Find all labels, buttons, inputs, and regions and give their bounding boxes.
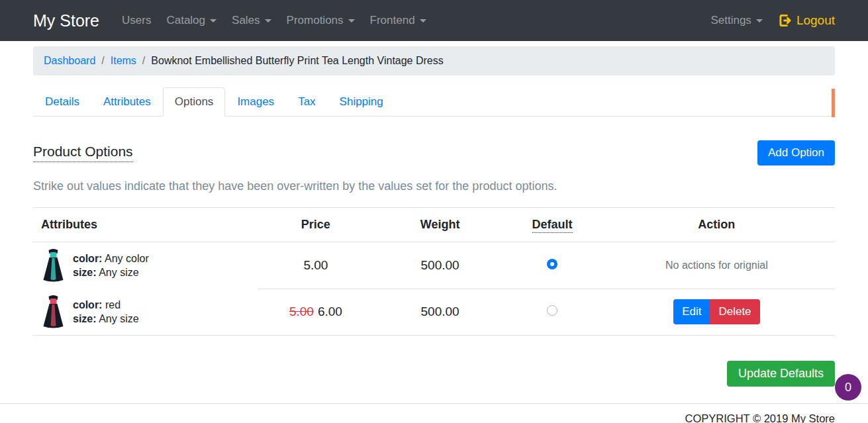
- page-footer: COPYRIGHT © 2019 My Store: [0, 403, 868, 423]
- scrollbar-thumb[interactable]: [832, 89, 835, 117]
- size-attr-value: Any size: [99, 267, 138, 278]
- breadcrumb-link-dashboard[interactable]: Dashboard: [44, 55, 95, 67]
- attribute-values: color: red size: Any size: [73, 298, 139, 326]
- nav-item-label: Catalog: [166, 14, 205, 27]
- size-attr-label: size:: [73, 267, 97, 278]
- column-header-weight: Weight: [374, 208, 506, 242]
- color-attr-value: red: [105, 299, 121, 310]
- debug-toolbar-badge[interactable]: 0: [835, 374, 861, 400]
- weight-cell: 500.00: [374, 242, 506, 289]
- product-thumbnail-image: [41, 248, 66, 283]
- nav-item-sales[interactable]: Sales: [226, 9, 277, 32]
- color-attr-label: color:: [73, 253, 102, 264]
- nav-item-label: Sales: [232, 14, 260, 27]
- weight-cell: 500.00: [374, 289, 506, 336]
- product-thumbnail-image: [41, 295, 66, 329]
- overwritten-price-value: 5.00: [289, 305, 314, 318]
- navbar-menu: Users Catalog Sales Promotions Frontend: [117, 9, 436, 32]
- options-header: Product Options Add Option: [33, 140, 835, 165]
- breadcrumb-current: Bowknot Embellished Butterfly Print Tea …: [151, 55, 443, 67]
- tab-tax[interactable]: Tax: [286, 87, 327, 117]
- edit-button[interactable]: Edit: [673, 299, 710, 324]
- action-cell: No actions for orignial: [599, 242, 835, 289]
- chevron-down-icon: [420, 19, 426, 23]
- logout-link[interactable]: Logout: [773, 8, 835, 33]
- default-cell: [506, 242, 598, 289]
- price-value: 6.00: [318, 305, 342, 318]
- navbar-right: Settings Logout: [705, 8, 835, 33]
- price-cell: 5.006.00: [258, 289, 374, 336]
- chevron-down-icon: [210, 19, 217, 23]
- update-defaults-row: Update Defaults: [33, 361, 835, 387]
- default-radio-unselected[interactable]: [547, 305, 557, 316]
- column-header-action: Action: [599, 208, 835, 242]
- color-attr-label: color:: [73, 299, 102, 310]
- copyright-text: COPYRIGHT © 2019 My Store: [685, 412, 835, 423]
- tab-options[interactable]: Options: [163, 87, 226, 117]
- attributes-cell: color: Any color size: Any size: [33, 242, 258, 289]
- default-cell: [506, 289, 598, 336]
- column-header-attributes: Attributes: [33, 208, 258, 242]
- weight-value: 500.00: [421, 305, 459, 318]
- page-title: Product Options: [33, 144, 133, 162]
- tab-images[interactable]: Images: [225, 87, 286, 117]
- attributes-cell: color: red size: Any size: [33, 289, 258, 336]
- chevron-down-icon: [348, 19, 355, 23]
- table-row: color: red size: Any size 5.006.00 500.0…: [33, 289, 835, 336]
- table-header-row: Attributes Price Weight Default Action: [33, 208, 835, 242]
- nav-item-label: Frontend: [370, 14, 415, 27]
- nav-item-label: Promotions: [287, 14, 344, 27]
- action-cell: Edit Delete: [599, 289, 835, 336]
- nav-item-catalog[interactable]: Catalog: [161, 9, 222, 32]
- column-header-price: Price: [258, 208, 374, 242]
- breadcrumb-link-items[interactable]: Items: [111, 55, 136, 67]
- chevron-down-icon: [265, 19, 271, 23]
- brand-link[interactable]: My Store: [33, 11, 99, 30]
- strike-out-note: Strike out values indicate that they hav…: [33, 179, 835, 193]
- column-header-default: Default: [506, 208, 598, 242]
- price-value: 5.00: [303, 258, 328, 272]
- breadcrumb-separator: /: [142, 55, 145, 67]
- nav-item-promotions[interactable]: Promotions: [281, 9, 360, 32]
- options-panel: Product Options Add Option Strike out va…: [33, 140, 835, 387]
- add-option-button[interactable]: Add Option: [757, 140, 835, 165]
- sign-out-icon: [779, 15, 792, 26]
- breadcrumb: Dashboard / Items / Bowknot Embellished …: [33, 46, 835, 75]
- options-table: Attributes Price Weight Default Action: [33, 207, 835, 336]
- size-attr-value: Any size: [99, 313, 138, 324]
- update-defaults-button[interactable]: Update Defaults: [727, 361, 835, 387]
- weight-value: 500.00: [421, 258, 459, 272]
- table-row: color: Any color size: Any size 5.00 500…: [33, 242, 835, 289]
- row-action-buttons: Edit Delete: [673, 299, 759, 324]
- size-attr-label: size:: [73, 313, 97, 324]
- tab-attributes[interactable]: Attributes: [91, 87, 163, 117]
- delete-button[interactable]: Delete: [710, 299, 759, 324]
- nav-item-settings[interactable]: Settings: [705, 9, 767, 32]
- top-navbar: My Store Users Catalog Sales Promotions …: [0, 0, 868, 41]
- chevron-down-icon: [756, 19, 763, 23]
- tab-shipping[interactable]: Shipping: [328, 87, 395, 117]
- color-attr-value: Any color: [105, 253, 149, 264]
- tab-details[interactable]: Details: [33, 87, 91, 117]
- attribute-values: color: Any color size: Any size: [73, 252, 149, 279]
- nav-item-frontend[interactable]: Frontend: [365, 9, 432, 32]
- nav-item-label: Settings: [710, 14, 751, 27]
- default-radio-selected[interactable]: [547, 259, 557, 269]
- logout-label: Logout: [796, 13, 835, 28]
- product-tabs: Details Attributes Options Images Tax Sh…: [33, 87, 835, 117]
- column-header-default-label: Default: [532, 218, 573, 233]
- breadcrumb-separator: /: [101, 55, 104, 67]
- no-actions-text: No actions for orignial: [665, 259, 768, 271]
- price-cell: 5.00: [258, 242, 374, 289]
- nav-item-label: Users: [122, 14, 151, 27]
- nav-item-users[interactable]: Users: [117, 9, 156, 32]
